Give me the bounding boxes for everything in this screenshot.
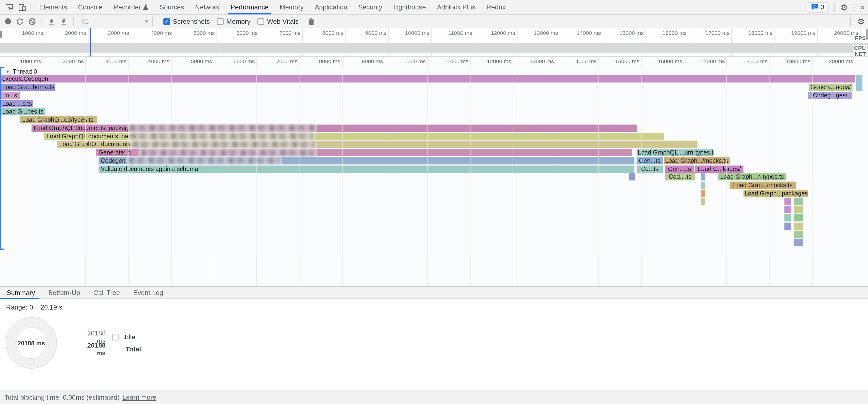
flame-tick-label: 16000 ms <box>640 58 682 64</box>
checkbox-row-memory[interactable]: Memory <box>217 18 250 25</box>
selection-bracket[interactable] <box>0 67 1 250</box>
flame-bar-fragment[interactable] <box>701 182 705 189</box>
reload-and-record-button[interactable] <box>14 16 26 27</box>
tabbar-right-controls: 3 ⚙ ⋮ × <box>806 2 868 12</box>
overview-tick-label: 5000 ms <box>173 30 215 36</box>
tab-lighthouse[interactable]: Lighthouse <box>388 0 431 14</box>
timeline-overview[interactable]: 1000 ms2000 ms3000 ms4000 ms5000 ms6000 … <box>0 28 868 57</box>
delete-recording-icon[interactable] <box>305 16 317 27</box>
tab-label: Lighthouse <box>393 3 426 11</box>
tab-security[interactable]: Security <box>353 0 388 14</box>
flame-tick-label: 2000 ms <box>42 58 84 64</box>
legend-value: 20188 ms <box>80 342 105 357</box>
selection-bracket-bottom <box>0 249 4 250</box>
flame-bar[interactable]: Load G...kages/ <box>695 165 744 173</box>
flame-chart[interactable]: 1000 ms2000 ms3000 ms4000 ms5000 ms6000 … <box>0 57 868 286</box>
flame-bar[interactable]: Load Graph...n-types.ts <box>718 174 786 181</box>
flame-bar[interactable]: Load Gra...hema.ts <box>0 84 56 91</box>
tab-adblock-plus[interactable]: Adblock Plus <box>431 0 481 14</box>
devtools-tab-bar: ElementsConsoleRecorderSourcesNetworkPer… <box>0 0 868 15</box>
flame-bar-fragment[interactable] <box>784 198 791 205</box>
collapse-triangle-icon[interactable]: ▼ <box>6 69 10 74</box>
close-devtools-icon[interactable]: × <box>860 3 865 11</box>
issues-badge[interactable]: 3 <box>806 2 829 12</box>
flame-bar-fragment[interactable] <box>784 222 791 229</box>
flame-bar[interactable]: Load Grap.../mocks.ts <box>730 182 796 189</box>
profile-select-value[interactable]: #1 <box>82 18 89 25</box>
checkbox-row-web-vitals[interactable]: Web Vitals <box>258 18 299 25</box>
tab-label: Sources <box>160 3 184 11</box>
overview-marker[interactable] <box>90 28 91 57</box>
overview-tick-label: 4000 ms <box>130 30 172 36</box>
overview-left-handle[interactable] <box>0 31 2 37</box>
flame-bar[interactable]: Co...ts <box>637 165 662 173</box>
vertical-scrollbar[interactable] <box>866 29 868 40</box>
overview-tick-label: 3000 ms <box>87 30 129 36</box>
memory-checkbox[interactable] <box>217 18 223 25</box>
flame-bar[interactable]: Gen...ts <box>637 157 662 164</box>
learn-more-link[interactable]: Learn more <box>122 393 156 401</box>
redacted-blur <box>130 140 317 149</box>
load-profile-icon[interactable] <box>45 16 57 27</box>
flame-bar-fragment[interactable] <box>701 198 705 205</box>
performance-toolbar: #1 ▼ ✓ScreenshotsMemoryWeb Vitals ⚙ <box>0 15 868 28</box>
tab-sources[interactable]: Sources <box>154 0 189 14</box>
flame-bar[interactable]: Cod....ts <box>665 174 695 181</box>
flame-bar-fragment[interactable] <box>794 214 803 222</box>
tab-bottom-up[interactable]: Bottom-Up <box>42 286 87 299</box>
flame-bar-fragment[interactable] <box>794 222 803 229</box>
flame-gridline-highlight <box>684 67 684 256</box>
tab-call-tree[interactable]: Call Tree <box>87 286 127 299</box>
overview-tick-label: 13000 ms <box>516 30 558 36</box>
flame-bar-fragment[interactable] <box>794 206 803 213</box>
flame-bar[interactable]: Genera...ages/ <box>809 84 852 91</box>
more-options-icon[interactable]: ⋮ <box>850 3 858 11</box>
flame-bar-fragment[interactable] <box>794 230 803 238</box>
tab-application[interactable]: Application <box>309 0 353 14</box>
flame-bar-fragment[interactable] <box>794 239 803 246</box>
tab-elements[interactable]: Elements <box>34 0 72 14</box>
donut-total-value: 20188 ms <box>18 340 45 346</box>
tab-performance[interactable]: Performance <box>225 0 274 14</box>
tab-recorder[interactable]: Recorder <box>108 0 154 14</box>
flame-bar-fragment[interactable] <box>784 214 791 222</box>
tab-redux[interactable]: Redux <box>481 0 511 14</box>
tab-console[interactable]: Console <box>72 0 108 14</box>
web-vitals-checkbox[interactable] <box>258 18 264 25</box>
flame-bar[interactable]: Gen....ts <box>665 165 694 173</box>
checkbox-row-screenshots[interactable]: ✓Screenshots <box>163 18 210 25</box>
capture-settings-gear-icon[interactable]: ⚙ <box>857 17 865 25</box>
screenshots-checkbox[interactable]: ✓ <box>163 18 170 25</box>
tab-summary[interactable]: Summary <box>0 286 42 299</box>
flame-bar[interactable]: Load Graph...packages/ <box>744 190 808 197</box>
flame-bar[interactable]: Load ...s.ts <box>0 100 33 107</box>
flame-bar-fragment[interactable] <box>856 75 862 91</box>
overview-tick-label: 10000 ms <box>387 30 429 36</box>
flame-bar[interactable]: Load GraphQL ...urn-types.ts <box>637 149 714 156</box>
thread-header[interactable]: ▼ Thread 0 <box>6 68 37 74</box>
flame-bar[interactable]: Validate documents against schema <box>99 165 634 173</box>
inspect-element-icon[interactable] <box>4 3 13 12</box>
flame-bar[interactable]: Load G...pes.ts <box>0 108 45 115</box>
flame-bar[interactable]: Load GraphQL documents: package <box>31 124 637 132</box>
tab-event-log[interactable]: Event Log <box>127 286 170 299</box>
flame-bar[interactable]: Lo...s <box>0 92 20 99</box>
divider <box>834 3 835 12</box>
flame-gridline-highlight <box>342 67 342 256</box>
clear-recording-icon[interactable] <box>26 16 38 27</box>
flame-bar-fragment[interactable] <box>784 206 791 213</box>
flame-bar[interactable]: Load Graph.../mocks.ts <box>664 157 730 164</box>
overview-tick-label: 7000 ms <box>258 30 301 36</box>
flame-bar-fragment[interactable] <box>794 198 803 205</box>
tab-network[interactable]: Network <box>190 0 225 14</box>
flame-bar-fragment[interactable] <box>629 174 635 181</box>
device-toolbar-icon[interactable] <box>18 3 27 12</box>
settings-gear-icon[interactable]: ⚙ <box>841 3 848 11</box>
save-profile-icon[interactable] <box>58 16 70 27</box>
tab-memory[interactable]: Memory <box>274 0 309 14</box>
record-button[interactable] <box>2 16 14 27</box>
flame-bar-fragment[interactable] <box>701 174 705 181</box>
flame-bar[interactable]: Codeg...ges/ <box>808 92 852 99</box>
flame-bar-fragment[interactable] <box>701 190 705 197</box>
chevron-down-icon[interactable]: ▼ <box>144 19 149 24</box>
